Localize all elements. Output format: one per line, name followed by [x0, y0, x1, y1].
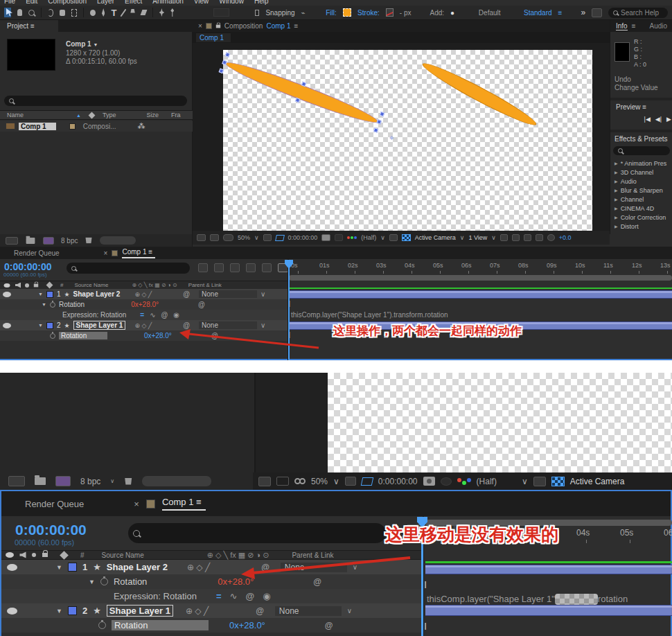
col-name[interactable]: Name [7, 112, 24, 118]
bit-depth[interactable]: 8 bpc [61, 237, 78, 245]
region-of-interest-icon[interactable] [533, 477, 546, 486]
comp-mini-flowchart-icon[interactable] [198, 263, 208, 272]
panel-menu-icon[interactable]: ≡ [148, 248, 152, 256]
bit-depth[interactable]: 8 bpc [80, 477, 100, 486]
exposure-value[interactable]: +0.0 [559, 234, 572, 241]
project-scrollbar[interactable] [142, 476, 211, 486]
menu-item[interactable]: Help [254, 0, 269, 6]
pan-behind-tool-icon[interactable] [71, 9, 77, 17]
selection-tool-icon[interactable] [4, 8, 11, 17]
resolution-dropdown[interactable]: (Half) [477, 477, 497, 486]
label-color-swatch[interactable] [69, 123, 76, 130]
chevron-down-icon[interactable]: ∨ [491, 234, 496, 241]
current-timecode[interactable]: 0:00:00:00 [4, 261, 52, 272]
render-queue-icon[interactable] [8, 476, 25, 486]
panel-menu-icon[interactable]: ≡ [294, 22, 298, 30]
pixel-aspect-icon[interactable] [500, 234, 508, 241]
stroke-label[interactable]: Stroke: [357, 9, 380, 17]
search-help-box[interactable]: Search Help [608, 8, 668, 18]
snapshot-icon[interactable] [321, 234, 330, 241]
eye-icon[interactable] [3, 323, 11, 328]
channels-icon[interactable] [347, 236, 357, 239]
workspace-bar-icon[interactable] [592, 8, 602, 17]
workspace-menu-icon[interactable]: ≡ [558, 9, 563, 17]
parent-link-column[interactable]: Parent & Link [188, 282, 222, 288]
layer-duration-bar-1[interactable] [425, 565, 672, 574]
layer-color-swatch[interactable] [68, 563, 77, 572]
motion-blur-icon[interactable] [262, 263, 272, 272]
layer-color-swatch[interactable] [46, 322, 53, 329]
chevron-down-icon[interactable]: ∨ [254, 234, 259, 241]
comp-panel-title[interactable]: Composition [224, 22, 263, 30]
time-navigator[interactable] [289, 275, 672, 281]
eye-icon[interactable] [7, 608, 17, 615]
clone-stamp-tool-icon[interactable] [130, 9, 134, 17]
snapshot-icon[interactable] [423, 477, 435, 486]
frame-blending-icon[interactable] [246, 263, 256, 272]
flowchart-button-icon[interactable] [536, 234, 543, 241]
preview-transport-button[interactable]: ▶ [666, 116, 671, 123]
property-label[interactable]: Rotation [59, 301, 85, 308]
project-row-comp1[interactable]: Comp 1 Composi... ⁂ [0, 121, 193, 132]
parent-pickwhip-icon[interactable]: @ [183, 290, 190, 298]
preview-transport-button[interactable]: |◀ [644, 116, 651, 123]
view-layout-dropdown[interactable]: 1 View [468, 234, 487, 241]
source-name-column[interactable]: Source Name [102, 551, 144, 559]
project-scrollbar[interactable] [100, 236, 136, 245]
layer-color-swatch[interactable] [68, 606, 77, 615]
rotation-tool-icon[interactable] [48, 9, 53, 17]
effects-category[interactable]: Audio [610, 177, 672, 186]
camera-dropdown[interactable]: Active Camera [415, 234, 456, 241]
timeline-button-icon[interactable] [524, 234, 531, 241]
eye-icon[interactable] [7, 564, 17, 571]
effects-category[interactable]: Distort [610, 222, 672, 231]
layer-row-1[interactable]: ▼ 1 ★ Shape Layer 2 ⊕ ◇ ╱ @ None ∨ [0, 289, 288, 299]
menu-item[interactable]: Window [219, 0, 244, 6]
add-button-icon[interactable]: ● [450, 9, 454, 17]
shape-tool-icon[interactable] [90, 10, 96, 16]
resolution-dropdown[interactable]: (Half) [361, 234, 376, 241]
stroke-width-value[interactable]: - px [400, 9, 412, 17]
fast-previews-icon[interactable] [512, 234, 520, 241]
project-comp-name[interactable]: Comp 1 ▼ [66, 40, 98, 48]
show-graph-icon[interactable]: ∿ [230, 591, 238, 601]
comp1-tab[interactable]: Comp 1 ≡ [162, 497, 206, 511]
roi-icon[interactable] [361, 477, 374, 486]
exposure-icon[interactable] [547, 234, 555, 241]
expander-icon[interactable]: ▼ [89, 578, 95, 585]
expander-icon[interactable]: ▼ [38, 323, 43, 328]
fill-label[interactable]: Fill: [326, 9, 337, 17]
transparency-grid-icon[interactable] [402, 234, 411, 241]
preview-transport-button[interactable]: ◀| [655, 116, 662, 123]
lock-icon[interactable] [216, 24, 220, 28]
stroke-color-swatch[interactable] [386, 8, 394, 17]
layer-row-2[interactable]: ▼ 2 ★ Shape Layer 1 ⊕ ◇ ╱ @ None ∨ [1, 603, 424, 618]
more-workspaces-icon[interactable]: » [581, 8, 585, 17]
panel-menu-icon[interactable]: ≡ [632, 22, 636, 30]
puppet-pin-tool-icon[interactable] [170, 8, 174, 17]
layer-color-swatch[interactable] [46, 291, 53, 298]
chevron-down-icon[interactable]: ∨ [460, 234, 465, 241]
region-of-interest-icon[interactable] [389, 234, 398, 241]
col-type[interactable]: Type [103, 112, 116, 118]
chevron-down-icon[interactable]: ∨ [110, 478, 114, 484]
expression-text-post[interactable]: rotation [598, 594, 628, 604]
effects-category[interactable]: CINEMA 4D [610, 204, 672, 213]
effects-category[interactable]: Channel [610, 195, 672, 204]
transparency-grid-icon[interactable] [551, 477, 565, 486]
audio-tab[interactable]: Audio [650, 22, 668, 30]
show-graph-icon[interactable]: ∿ [150, 311, 155, 319]
stopwatch-icon[interactable] [100, 578, 108, 585]
type-tool-icon[interactable]: T [111, 8, 116, 18]
layer-switches[interactable]: ⊕ ◇ ╱ [134, 322, 152, 329]
camera-dropdown[interactable]: Active Camera [570, 477, 625, 486]
effects-category[interactable]: 3D Channel [610, 168, 672, 177]
panel-menu-icon[interactable]: ≡ [642, 103, 646, 111]
layer-duration-bar-2[interactable] [425, 605, 672, 616]
roto-brush-tool-icon[interactable] [159, 8, 165, 17]
property-label-selected[interactable]: Rotation [59, 332, 107, 339]
hand-tool-icon[interactable] [17, 9, 23, 16]
layer-name[interactable]: Shape Layer 2 [73, 290, 121, 298]
panel-menu-icon[interactable]: ≡ [30, 22, 35, 30]
primary-viewer-icon[interactable] [210, 234, 219, 241]
